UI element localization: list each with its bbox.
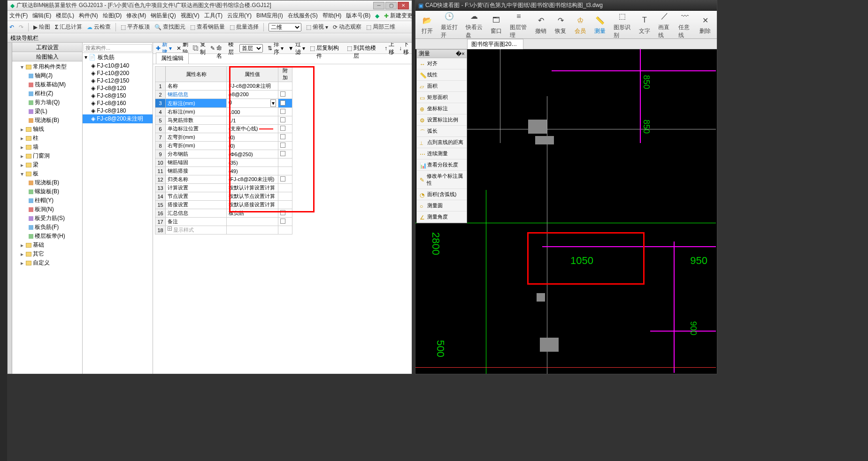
prop-row[interactable]: 4右标注(mm)1000 [155, 108, 292, 116]
tb-find[interactable]: 🔍 查找图元 [154, 23, 185, 31]
cad-tab[interactable]: 图书馆平面图2017.11… × [467, 39, 523, 49]
prop-row[interactable]: 11钢筋搭接(49) [155, 167, 292, 175]
cad-tb-图层管理[interactable]: ≡图层管理 [506, 9, 531, 40]
tree-item[interactable]: ▸基础 [13, 241, 81, 249]
tree-item[interactable]: ▸其它 [13, 249, 81, 258]
new-change-button[interactable]: ✚新建变更 ▾ [384, 12, 417, 20]
measure-item[interactable]: ↔对齐 [417, 58, 467, 69]
measure-item[interactable]: 📊查看分段长度 [417, 159, 467, 171]
cad-canvas[interactable]: 测量�× ↔对齐📏线性▱面积▭矩形面积⊕坐标标注⚙设置标注比例⌒弧长⟂点到直线的… [415, 49, 717, 374]
cad-tb-文字[interactable]: T文字 [635, 13, 654, 36]
list-item[interactable]: ◈ FJ-c8@120 [83, 84, 153, 92]
menu-item[interactable]: 构件(N) [79, 12, 98, 20]
tree-item[interactable]: 板负筋(F) [13, 223, 81, 232]
cad-tb-窗口[interactable]: 🗔窗口 [486, 13, 506, 36]
tree-item[interactable]: 梁(L) [13, 107, 81, 116]
list-item[interactable]: ◈ FJ-c10@200 [83, 69, 153, 77]
menu-item[interactable]: 帮助(H) [323, 12, 342, 20]
tree-item[interactable]: 剪力墙(Q) [13, 98, 81, 107]
tree-item[interactable]: ▸墙 [13, 143, 81, 151]
tree-item[interactable]: ▸门窗洞 [13, 151, 81, 160]
prop-row[interactable]: 1名称FJ-c8@200未注明 [155, 82, 292, 91]
prop-row[interactable]: 18+显示样式 [155, 226, 292, 234]
list-item[interactable]: ◈ FJ-c8@160 [83, 99, 153, 107]
tree-item[interactable]: 现浇板(B) [13, 178, 81, 187]
cad-tb-会员[interactable]: ♔会员 [570, 13, 590, 36]
menu-item[interactable]: 绘图(D) [103, 12, 122, 20]
prop-row[interactable]: 3左标注(mm) ▾ [155, 99, 292, 108]
measure-item[interactable]: ▱面积 [417, 81, 467, 92]
max-button[interactable]: ▢ [385, 2, 397, 9]
measure-item[interactable]: ◔面积(含弧线) [417, 189, 467, 200]
list-item[interactable]: ◈ FJ-c12@150 [83, 77, 153, 84]
menu-item[interactable]: 工具(T) [204, 12, 223, 20]
tree-item[interactable]: 现浇板(B) [13, 116, 81, 125]
measure-item[interactable]: 📏线性 [417, 69, 467, 81]
min-button[interactable]: ─ [373, 2, 384, 9]
tree-item[interactable]: 柱帽(Y) [13, 196, 81, 205]
menu-item[interactable]: 云应用(Y) [227, 12, 252, 20]
tree-item[interactable]: ▸柱 [13, 134, 81, 143]
component-list[interactable]: ▾ 📄 板负筋 ◈ FJ-c10@140◈ FJ-c10@200◈ FJ-c12… [83, 53, 153, 374]
tree-item[interactable]: ▸自定义 [13, 258, 81, 267]
measure-item[interactable]: ⌒弧长 [417, 126, 467, 137]
tb-batch-select[interactable]: ⬚ 批量选择 [230, 23, 259, 31]
measure-item[interactable]: ⋯连续测量 [417, 148, 467, 159]
prop-row[interactable]: 13计算设置按默认计算设置计算 [155, 184, 292, 192]
menu-item[interactable]: 修改(M) [126, 12, 146, 20]
tb-local3d[interactable]: ⬚ 局部三维 [366, 23, 395, 31]
prop-row[interactable]: 17备注 [155, 218, 292, 226]
prop-row[interactable]: 9分布钢筋(Φ6@250) [155, 150, 292, 159]
tree-item[interactable]: 筏板基础(M) [13, 80, 81, 89]
measure-item[interactable]: ▭矩形面积 [417, 92, 467, 103]
panel-proj-settings[interactable]: 工程设置 [12, 43, 82, 52]
cad-tb-恢复[interactable]: ↷恢复 [551, 13, 570, 36]
tb-view-rebar[interactable]: ⬚ 查看钢筋量 [190, 23, 225, 31]
component-tree[interactable]: ▾常用构件类型轴网(J)筏板基础(M)框柱(Z)剪力墙(Q)梁(L)现浇板(B)… [12, 61, 82, 374]
panel-draw-input[interactable]: 绘图输入 [12, 52, 82, 61]
tab-property-edit[interactable]: 属性编辑 [156, 53, 189, 64]
measure-item[interactable]: ⚙设置标注比例 [417, 114, 467, 126]
cad-tb-图形识别[interactable]: ⬚图形识别 [610, 9, 635, 40]
measure-item[interactable]: ✎修改单个标注属性 [417, 171, 467, 189]
prop-row[interactable]: 12归类名称(FJ-c8@200未注明) [155, 175, 292, 184]
floor-select[interactable]: 首层 [239, 44, 263, 53]
tb-dynamic[interactable]: ⟳ 动态观察 [333, 23, 361, 31]
cad-tb-任意线[interactable]: 〰任意线 [675, 9, 695, 40]
dim-select[interactable]: 二维 [269, 23, 301, 31]
prop-row[interactable]: 15搭接设置按默认搭接设置计算 [155, 201, 292, 209]
menu-item[interactable]: 视图(V) [181, 12, 200, 20]
cad-tb-画直线[interactable]: ／画直线 [654, 9, 675, 40]
menu-item[interactable]: BIM应用(I) [256, 12, 283, 20]
tb-sum[interactable]: Σ 汇总计算 [55, 23, 82, 31]
menu-item[interactable]: 楼层(L) [56, 12, 74, 20]
prop-row[interactable]: 10钢筋锚固(35) [155, 159, 292, 167]
menu-item[interactable]: 版本号(B) [346, 12, 370, 20]
tree-item[interactable]: 楼层板带(H) [13, 232, 81, 241]
search-input[interactable] [84, 44, 152, 52]
menu-item[interactable]: 文件(F) [9, 12, 28, 20]
tree-item[interactable]: ▾常用构件类型 [13, 62, 81, 71]
measure-item[interactable]: ⟂点到直线的距离 [417, 137, 467, 148]
prop-row[interactable]: 16汇总信息板负筋 [155, 209, 292, 218]
cad-tb-最近打开[interactable]: 🕒最近打开 [437, 9, 462, 40]
measure-item[interactable]: ○测量圆 [417, 200, 467, 212]
tb-draw[interactable]: ▶ 绘图 [33, 23, 50, 31]
prop-row[interactable]: 6单边标注位置(支座中心线) [155, 125, 292, 133]
cad-tb-删除[interactable]: ✕删除 [695, 13, 715, 36]
menu-item[interactable]: 在线服务(S) [288, 12, 318, 20]
property-table[interactable]: 属性名称 属性值 附加 1名称FJ-c8@200未注明2钢筋信息⌀8@2003左… [155, 66, 292, 234]
tb-view[interactable]: ⬚ 俯视 ▾ [306, 23, 328, 31]
menu-item[interactable]: 钢筋量(Q) [151, 12, 176, 20]
tree-item[interactable]: 板受力筋(S) [13, 214, 81, 223]
tree-item[interactable]: 板洞(N) [13, 205, 81, 214]
cad-tb-打开[interactable]: 📂打开 [417, 13, 437, 36]
prop-row[interactable]: 8右弯折(mm)(0) [155, 142, 292, 150]
prop-row[interactable]: 2钢筋信息⌀8@200 [155, 91, 292, 99]
prop-row[interactable]: 14节点设置按默认节点设置计算 [155, 192, 292, 201]
close-button[interactable]: ✕ [398, 2, 409, 9]
tb-cloud-check[interactable]: ☁ 云检查 [87, 23, 111, 31]
cad-tb-撤销[interactable]: ↶撤销 [531, 13, 551, 36]
tree-item[interactable]: ▸梁 [13, 160, 81, 169]
list-item[interactable]: ◈ FJ-c8@200未注明 [83, 114, 153, 123]
